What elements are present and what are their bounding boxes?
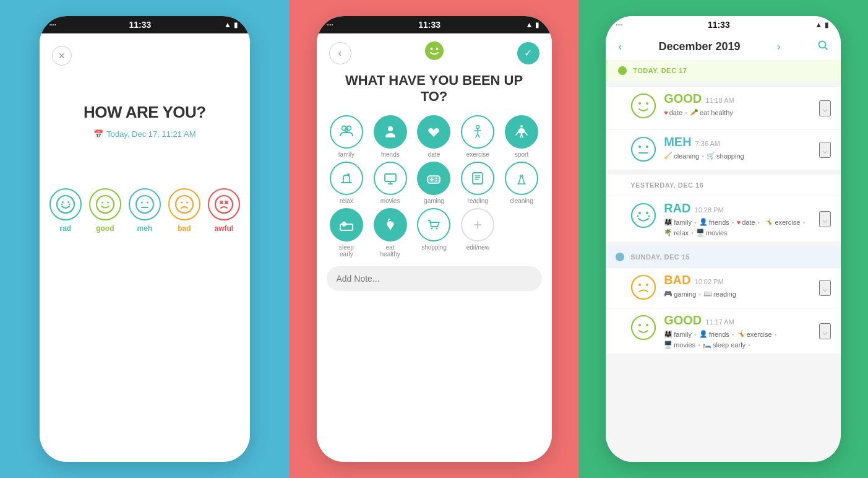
- mood-circle-good[interactable]: [89, 188, 121, 220]
- activity-sleep-early[interactable]: sleepearly: [327, 208, 367, 258]
- expand-rad-yesterday[interactable]: ⌄: [819, 211, 831, 227]
- activity-gaming[interactable]: gaming: [414, 162, 454, 204]
- mood-option-bad[interactable]: bad: [168, 188, 200, 233]
- today-dot: [618, 66, 627, 75]
- mood-option-rad[interactable]: rad: [49, 188, 82, 233]
- mood-option-good[interactable]: good: [89, 188, 121, 233]
- screen1-content: ✕ HOW ARE YOU? 📅 Today, Dec 17, 11:21 AM: [40, 33, 250, 462]
- activity-btn-sport[interactable]: [505, 115, 538, 149]
- tags-bad-dec15: 🎮 gaming • 📖 reading: [664, 290, 812, 298]
- svg-point-57: [646, 324, 648, 326]
- entry-body-good-today: GOOD 11:18 AM ♥ date • 🥕 eat healthy: [664, 92, 812, 116]
- confirm-button[interactable]: ✓: [517, 42, 539, 64]
- screen1-section: ···· 11:33 ▲ ▮ ✕ HOW ARE YOU? 📅 Today, D…: [0, 0, 290, 478]
- tag-date-today: ♥ date: [664, 109, 682, 116]
- note-input[interactable]: [327, 266, 542, 291]
- entry-body-rad-yesterday: RAD 10:28 PM 👨‍👩‍👧 family • 👤 fri: [664, 201, 812, 237]
- activity-btn-reading[interactable]: [461, 162, 494, 195]
- activity-btn-date[interactable]: [417, 115, 450, 149]
- activity-btn-gaming[interactable]: [417, 162, 450, 195]
- time-bad-dec15: 10:02 PM: [695, 278, 724, 285]
- activity-friends[interactable]: friends: [370, 115, 410, 158]
- activity-btn-cleaning[interactable]: [505, 162, 538, 195]
- activity-cleaning[interactable]: cleaning: [502, 162, 542, 204]
- svg-point-49: [632, 204, 655, 227]
- family-icon-yest: 👨‍👩‍👧: [664, 218, 672, 226]
- next-month-button[interactable]: ›: [777, 40, 781, 53]
- svg-point-52: [632, 276, 655, 299]
- mood-circle-bad[interactable]: [168, 188, 200, 220]
- reading-icon-dec15: 📖: [703, 290, 712, 298]
- date-text[interactable]: Today, Dec 17, 11:21 AM: [106, 129, 196, 139]
- status-left-2: ····: [327, 22, 333, 28]
- tags-rad-yesterday: 👨‍👩‍👧 family • 👤 friends • ♥: [664, 218, 812, 237]
- expand-meh-today[interactable]: ⌄: [819, 142, 831, 158]
- prev-month-button[interactable]: ‹: [618, 40, 622, 53]
- entry-emoji-bad-dec15: [630, 274, 656, 303]
- svg-point-42: [632, 94, 655, 118]
- activity-btn-exercise[interactable]: [461, 115, 494, 149]
- mood-circle-meh[interactable]: [129, 188, 161, 220]
- status-right-3: ▲ ▮: [815, 20, 828, 29]
- mood-label-rad: rad: [59, 224, 71, 233]
- mood-label-good: good: [96, 224, 114, 233]
- activity-relax[interactable]: relax: [327, 162, 367, 204]
- entry-row-rad-yesterday: RAD 10:28 PM 👨‍👩‍👧 family • 👤 fri: [606, 196, 841, 241]
- activity-btn-relax[interactable]: [330, 162, 363, 195]
- yesterday-label: YESTERDAY, DEC 16: [630, 181, 703, 189]
- tag-movies-yest: 🖥️ movies: [696, 228, 728, 237]
- svg-point-18: [425, 41, 444, 60]
- mood-label-awful: awful: [214, 224, 233, 233]
- tag-gaming-dec15: 🎮 gaming: [664, 290, 696, 298]
- activity-shopping[interactable]: shopping: [414, 208, 454, 258]
- entry-row-good-today: GOOD 11:18 AM ♥ date • 🥕 eat healthy: [606, 86, 841, 129]
- activity-label-relax: relax: [340, 198, 353, 204]
- tag-family-dec15: 👨‍👩‍👧 family: [664, 330, 692, 338]
- cleaning-icon: 🧹: [664, 152, 672, 160]
- entry-row-bad-dec15: BAD 10:02 PM 🎮 gaming • 📖 reading: [606, 267, 841, 308]
- activity-btn-family[interactable]: [330, 115, 363, 149]
- mood-label-bad: bad: [178, 224, 191, 233]
- activity-movies[interactable]: movies: [370, 162, 410, 204]
- svg-rect-28: [385, 174, 396, 181]
- phone-3: ···· 11:33 ▲ ▮ ‹ December 2019 ›: [606, 16, 841, 462]
- entry-body-meh-today: MEH 7:36 AM 🧹 cleaning • 🛒 shopping: [664, 135, 812, 160]
- time-good-dec15: 11:17 AM: [705, 318, 734, 326]
- activity-btn-shopping[interactable]: [417, 208, 450, 241]
- activity-family[interactable]: family: [327, 115, 367, 158]
- expand-good-today[interactable]: ⌄: [819, 100, 831, 116]
- activity-btn-edit-new[interactable]: +: [461, 208, 494, 241]
- svg-point-39: [431, 227, 433, 229]
- mood-option-meh[interactable]: meh: [129, 188, 161, 233]
- activity-reading[interactable]: reading: [458, 162, 498, 204]
- svg-point-45: [632, 137, 655, 161]
- close-button[interactable]: ✕: [52, 46, 72, 66]
- svg-point-9: [147, 202, 148, 204]
- svg-point-24: [388, 126, 393, 131]
- status-bar-2: ···· 11:33 ▲ ▮: [317, 16, 552, 33]
- expand-good-dec15[interactable]: ⌄: [819, 323, 831, 339]
- today-label: TODAY, DEC 17: [633, 67, 687, 74]
- activity-date[interactable]: date: [414, 115, 454, 158]
- activity-btn-friends[interactable]: [374, 115, 407, 149]
- activity-btn-sleep-early[interactable]: [330, 208, 363, 241]
- svg-rect-34: [473, 173, 483, 184]
- wifi-icon-3: ▲: [815, 20, 822, 29]
- activity-edit-new[interactable]: + edit/new: [458, 208, 498, 258]
- movies-icon-dec15: 🖥️: [664, 341, 672, 349]
- status-time-2: 11:33: [418, 20, 440, 30]
- mood-circle-awful[interactable]: [208, 188, 240, 220]
- svg-point-25: [476, 125, 479, 128]
- search-button[interactable]: [817, 40, 828, 54]
- activity-eat-healthy[interactable]: eathealthy: [370, 208, 410, 258]
- activity-btn-eat-healthy[interactable]: [374, 208, 407, 241]
- activity-btn-movies[interactable]: [374, 162, 407, 195]
- mood-circle-rad[interactable]: [49, 188, 82, 220]
- expand-bad-dec15[interactable]: ⌄: [819, 280, 831, 296]
- activity-sport[interactable]: sport: [502, 115, 542, 158]
- svg-point-0: [57, 196, 74, 213]
- back-button[interactable]: ‹: [329, 42, 351, 64]
- entry-today-good: GOOD 11:18 AM ♥ date • 🥕 eat healthy: [606, 86, 841, 129]
- mood-option-awful[interactable]: awful: [208, 188, 240, 233]
- activity-exercise[interactable]: exercise: [458, 115, 498, 158]
